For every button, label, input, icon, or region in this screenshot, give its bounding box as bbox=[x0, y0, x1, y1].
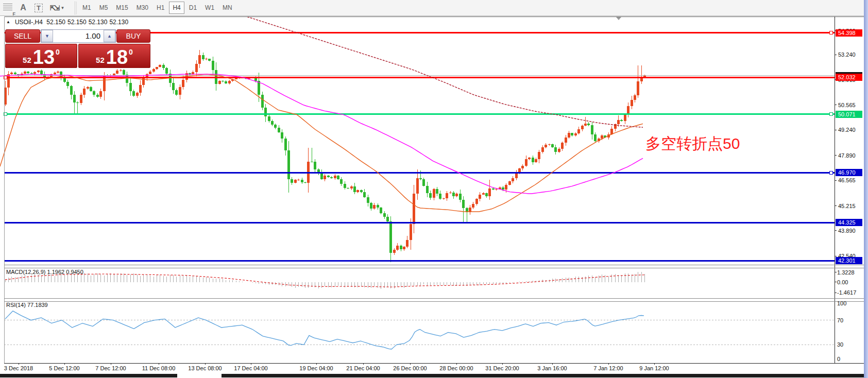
candle-body bbox=[400, 246, 402, 249]
candle-body bbox=[643, 76, 646, 77]
chart-canvas[interactable]: USOil-,H4 52.15052.15052.13052.130 SELL … bbox=[0, 16, 868, 378]
candle-body bbox=[271, 121, 274, 125]
candle-body bbox=[172, 83, 175, 90]
arrows-tool-icon[interactable]: ⇱⇲ ▼ bbox=[47, 2, 67, 14]
candle-body bbox=[617, 120, 620, 125]
candle-body bbox=[311, 162, 313, 162]
candle-body bbox=[76, 102, 79, 103]
collapse-triangle-icon[interactable] bbox=[6, 19, 13, 26]
arrows-glyph: ⇱⇲ bbox=[50, 4, 59, 12]
candle-body bbox=[363, 192, 366, 197]
candle-body bbox=[637, 81, 639, 95]
volume-stepper: ▼ 1.00 ▲ bbox=[41, 29, 116, 43]
candle-body bbox=[455, 194, 458, 197]
candle-body bbox=[475, 199, 478, 204]
window-right-edge bbox=[864, 0, 868, 378]
candle-body bbox=[383, 213, 386, 217]
candle-body bbox=[225, 81, 227, 83]
candle-body bbox=[222, 81, 224, 81]
candle-body bbox=[436, 189, 438, 194]
candle-body bbox=[594, 134, 597, 141]
chart-tab-strip-right[interactable] bbox=[222, 374, 868, 377]
timeframe-button-m30[interactable]: M30 bbox=[133, 2, 152, 14]
chart-shift-marker-icon[interactable] bbox=[616, 17, 621, 20]
timeframe-button-h1[interactable]: H1 bbox=[153, 2, 168, 14]
candle-body bbox=[218, 81, 221, 83]
candle-body bbox=[472, 204, 474, 208]
price-tick-label: 46.565 bbox=[838, 177, 864, 184]
candle-body bbox=[123, 70, 125, 75]
timeframe-button-w1[interactable]: W1 bbox=[201, 2, 218, 14]
time-axis-label: 13 Dec 08:00 bbox=[188, 365, 222, 371]
price-tick-label: 49.240 bbox=[838, 126, 864, 133]
price-tick-label: 43.890 bbox=[838, 227, 864, 234]
macd-value-main: 1.1962 bbox=[47, 269, 64, 275]
candle-body bbox=[488, 188, 491, 196]
chevron-down-icon[interactable]: ▼ bbox=[60, 6, 64, 10]
time-axis-label: 5 Dec 12:00 bbox=[49, 365, 79, 371]
candle-body bbox=[634, 95, 636, 100]
candle-body bbox=[73, 95, 76, 102]
candle-body bbox=[584, 124, 587, 126]
candle-body bbox=[485, 193, 488, 196]
line-handle[interactable] bbox=[829, 113, 832, 116]
text-box-tool-icon[interactable]: T bbox=[32, 2, 45, 14]
candle-body bbox=[558, 149, 560, 152]
price-tick-label: 47.890 bbox=[838, 152, 864, 159]
timeframe-button-h4[interactable]: H4 bbox=[169, 2, 184, 14]
candle-body bbox=[389, 221, 392, 253]
volume-input[interactable]: 1.00 bbox=[53, 30, 104, 42]
chart-svg bbox=[0, 16, 868, 378]
candle-body bbox=[301, 180, 303, 182]
candle-body bbox=[577, 129, 580, 133]
candle-body bbox=[452, 193, 455, 197]
candle-body bbox=[198, 55, 201, 64]
candle-body bbox=[132, 91, 135, 96]
time-axis-label: 28 Dec 00:00 bbox=[439, 365, 473, 371]
candle-body bbox=[320, 173, 323, 179]
sell-price-sup: 0 bbox=[56, 48, 60, 56]
candle-body bbox=[631, 100, 633, 106]
buy-price-display[interactable]: 52 18 0 bbox=[78, 44, 150, 68]
macd-label: MACD(12,26,9) 1.1962 0.9450 bbox=[6, 269, 83, 275]
timeframe-button-m1[interactable]: M1 bbox=[79, 2, 95, 14]
candle-body bbox=[40, 71, 43, 74]
time-axis-label: 26 Dec 00:00 bbox=[393, 365, 427, 371]
candle-body bbox=[347, 188, 349, 188]
candle-body bbox=[581, 126, 584, 129]
chart-tab-strip-left[interactable] bbox=[0, 374, 177, 377]
fibonacci-tool-icon[interactable]: F bbox=[1, 2, 14, 14]
text-label-tool-icon[interactable]: A bbox=[16, 2, 30, 14]
timeframe-button-d1[interactable]: D1 bbox=[185, 2, 200, 14]
timeframe-button-m5[interactable]: M5 bbox=[96, 2, 112, 14]
level-price-badge: 44.325 bbox=[836, 219, 862, 226]
macd-value-signal: 0.9450 bbox=[66, 269, 83, 275]
candle-body bbox=[261, 95, 264, 108]
volume-decrease-button[interactable]: ▼ bbox=[41, 30, 53, 42]
line-handle[interactable] bbox=[829, 31, 832, 35]
timeframe-button-mn[interactable]: MN bbox=[219, 2, 236, 14]
candle-body bbox=[548, 144, 551, 145]
candle-body bbox=[396, 246, 399, 250]
level-price-badge: 42.301 bbox=[836, 257, 862, 264]
candle-body bbox=[99, 91, 102, 97]
candle-body bbox=[228, 81, 231, 83]
candle-body bbox=[442, 198, 445, 199]
candle-body bbox=[327, 176, 330, 177]
sell-price-display[interactable]: 52 13 0 bbox=[5, 44, 77, 68]
candle-body bbox=[416, 178, 419, 194]
candle-body bbox=[367, 197, 369, 203]
timeframe-button-m15[interactable]: M15 bbox=[112, 2, 131, 14]
candle-body bbox=[324, 176, 326, 179]
candle-body bbox=[479, 195, 481, 199]
volume-increase-button[interactable]: ▲ bbox=[104, 30, 115, 42]
buy-button[interactable]: BUY bbox=[116, 29, 150, 43]
time-axis-label: 3 Dec 2018 bbox=[4, 365, 33, 371]
line-handle[interactable] bbox=[829, 171, 832, 174]
rsi-axis-label: 100 bbox=[837, 300, 865, 306]
candle-body bbox=[565, 138, 567, 143]
macd-name: MACD(12,26,9) bbox=[6, 269, 45, 275]
candle-body bbox=[554, 147, 557, 152]
sell-button[interactable]: SELL bbox=[5, 29, 40, 43]
candle-body bbox=[406, 240, 409, 247]
